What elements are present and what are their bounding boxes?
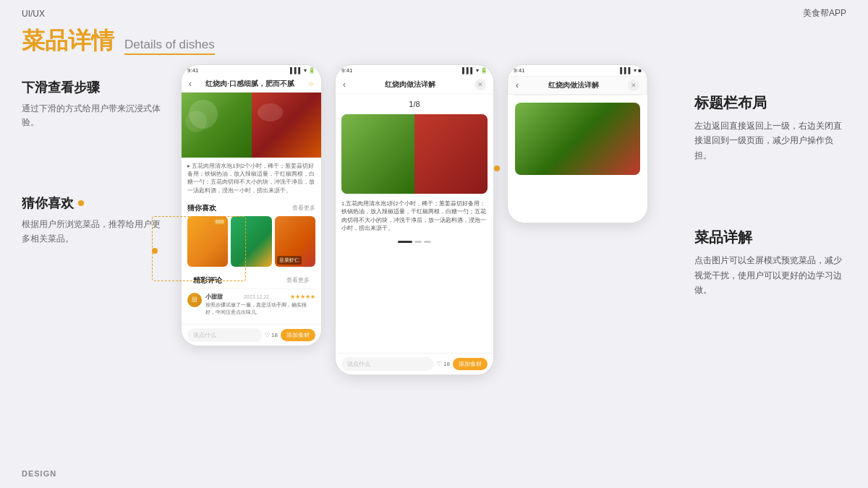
phone2-scroll-indicator [336, 238, 493, 246]
phone3-content [508, 95, 647, 182]
commenter-avatar: 甜 [187, 293, 202, 307]
recommend-item-1[interactable]: 888 [187, 216, 228, 267]
page-title-en: Details of dishes [124, 38, 215, 55]
phone2-step-image[interactable] [341, 114, 488, 194]
phone1-comments-more[interactable]: 查看更多 [286, 276, 310, 284]
phone1-comments-title: 精彩评论 [193, 275, 222, 286]
phone3-close-icon[interactable]: ✕ [628, 80, 639, 91]
phone2-step-counter: 1/8 [336, 94, 493, 114]
phone1-bookmark-icon[interactable]: ☆ [308, 80, 314, 87]
phone1-title: 红烧肉·口感细腻，肥而不腻 [192, 80, 308, 89]
desc-title-layout-body: 左边返回直接返回上一级，右边关闭直接退回到一级页面，减少用户操作负担。 [694, 119, 846, 163]
desc-scroll-title: 下滑查看步骤 [22, 79, 166, 96]
phone2-bottom-bar: 说点什么 ♡ 18 添加食材 [336, 353, 493, 374]
phone3-time: 9:41 [514, 67, 525, 74]
phone1-dish-images [182, 93, 321, 158]
comment-stars: ★★★★★ [290, 294, 315, 300]
phone1-comments: 精彩评论 查看更多 甜 小甜甜 2023.12.22 ★★★★★ 按照步骤试做了… [182, 271, 321, 320]
comment-text: 按照步骤试做了一遍，真是活动手脚，确实很好，中间注意点出味儿。 [205, 301, 315, 316]
phone2-time: 9:41 [341, 67, 353, 74]
desc-scroll-body: 通过下滑的方式给用户带来沉浸式体验。 [22, 102, 166, 129]
desc-dish-detail-body: 点击图片可以全屏模式预览菜品，减少视觉干扰，使用户可以更好的边学习边做。 [694, 253, 846, 297]
desc-recommend: 猜你喜欢 根据用户所浏览菜品，推荐给用户更多相关菜品。 [22, 194, 166, 245]
phone1-comment-input[interactable]: 说点什么 [187, 328, 262, 342]
rec-label-3: 韭菜虾仁 [277, 256, 302, 265]
orange-dot [78, 200, 84, 206]
desc-dish-detail: 菜品详解 点击图片可以全屏模式预览菜品，减少视觉干扰，使用户可以更好的边学习边做… [694, 228, 846, 297]
phone-3-wrapper: 9:41 ▌▌▌ ▾ ■ ‹ 红烧肉做法详解 ✕ [507, 64, 648, 223]
phone2-like-btn[interactable]: ♡ 18 [437, 361, 450, 367]
bottom-design-label: DESIGN [22, 469, 56, 478]
phone1-statusbar: 9:41 ▌▌▌ ▾ 🔋 [182, 65, 321, 76]
phone3-status-icons: ▌▌▌ ▾ ■ [620, 67, 642, 74]
dish-img-meat [252, 93, 322, 158]
comment-date: 2023.12.22 [244, 294, 269, 299]
phone1-time: 9:41 [187, 67, 199, 74]
heart-icon: ♡ [265, 332, 270, 338]
phone-3: 9:41 ▌▌▌ ▾ ■ ‹ 红烧肉做法详解 ✕ [507, 64, 648, 223]
desc-scroll-view: 下滑查看步骤 通过下滑的方式给用户带来沉浸式体验。 [22, 79, 166, 129]
phone2-titlebar: ‹ 红烧肉做法详解 ✕ [336, 76, 493, 94]
phone2-statusbar: 9:41 ▌▌▌ ▾ 🔋 [336, 65, 493, 76]
phone1-recipe-text: ▸ 五花肉用清水泡1到2个小时，稀干；葱姜蒜切好备用；铁锅热油，放入辣椒适量，干… [182, 158, 321, 199]
annotation-dot-2 [494, 166, 500, 171]
commenter-name: 小甜甜 [205, 293, 223, 301]
desc-title-layout: 标题栏布局 左边返回直接返回上一级，右边关闭直接退回到一级页面，减少用户操作负担… [694, 93, 846, 163]
page-title-cn: 菜品详情 [22, 25, 114, 57]
rec-img-2 [231, 216, 271, 267]
phone1-recommend-header: 猜你喜欢 查看更多 [182, 199, 321, 216]
phone1-recommend-title: 猜你喜欢 [187, 203, 216, 213]
desc-recommend-body: 根据用户所浏览菜品，推荐给用户更多相关菜品。 [22, 218, 166, 245]
phone-1-wrapper: 9:41 ▌▌▌ ▾ 🔋 ‹ 红烧肉·口感细腻，肥而不腻 ☆ [181, 64, 322, 346]
phone1-titlebar: ‹ 红烧肉·口感细腻，肥而不腻 ☆ [182, 76, 321, 93]
phone1-comments-header: 精彩评论 查看更多 [187, 271, 315, 288]
phone2-heart-icon: ♡ [437, 361, 442, 367]
phone1-status-icons: ▌▌▌ ▾ 🔋 [290, 67, 315, 74]
comment-content: 小甜甜 2023.12.22 ★★★★★ 按照步骤试做了一遍，真是活动手脚，确实… [205, 293, 315, 316]
phone3-title: 红烧肉做法详解 [519, 81, 628, 90]
phone3-statusbar: 9:41 ▌▌▌ ▾ ■ [508, 65, 647, 76]
phone-2-wrapper: 9:41 ▌▌▌ ▾ 🔋 ‹ 红烧肉做法详解 ✕ 1/8 [335, 64, 494, 375]
rec-badge-1: 888 [213, 218, 226, 225]
phone2-step-desc: 1.五花肉用清水泡1到2个小时，稀干；葱姜蒜切好备用：铁锅热油，放入辣椒适量，干… [336, 194, 493, 238]
desc-title-layout-title: 标题栏布局 [694, 93, 846, 113]
desc-dish-detail-title: 菜品详解 [694, 228, 846, 247]
phone-1: 9:41 ▌▌▌ ▾ 🔋 ‹ 红烧肉·口感细腻，肥而不腻 ☆ [181, 64, 322, 346]
phone1-recommend-grid: 888 韭菜虾仁 [182, 216, 321, 271]
app-name: 美食帮APP [803, 7, 846, 20]
phone1-comment-1: 甜 小甜甜 2023.12.22 ★★★★★ 按照步骤试做了一遍，真是活动手脚，… [187, 288, 315, 320]
phone-2: 9:41 ▌▌▌ ▾ 🔋 ‹ 红烧肉做法详解 ✕ 1/8 [335, 64, 494, 375]
dish-img-greens [182, 93, 252, 158]
phone2-follow-btn[interactable]: 添加食材 [453, 358, 488, 370]
recommend-item-2[interactable] [231, 216, 271, 267]
phone1-recommend-more[interactable]: 查看更多 [292, 204, 315, 212]
brand-label: UI/UX [22, 9, 45, 19]
desc-recommend-title: 猜你喜欢 [22, 194, 166, 212]
phone2-title: 红烧肉做法详解 [346, 80, 475, 90]
phone1-like-btn[interactable]: ♡ 18 [265, 332, 278, 338]
phone2-comment-input[interactable]: 说点什么 [341, 357, 434, 371]
phone3-titlebar: ‹ 红烧肉做法详解 ✕ [508, 76, 647, 95]
phone2-close-icon[interactable]: ✕ [475, 79, 486, 90]
annotation-dot-1 [152, 248, 158, 254]
phone1-bottom-bar: 说点什么 ♡ 18 添加食材 [182, 324, 321, 346]
phone1-follow-btn[interactable]: 添加食材 [281, 329, 315, 341]
phone2-status-icons: ▌▌▌ ▾ 🔋 [462, 67, 488, 74]
phone3-main-image [515, 103, 640, 175]
recommend-item-3[interactable]: 韭菜虾仁 [275, 216, 315, 267]
